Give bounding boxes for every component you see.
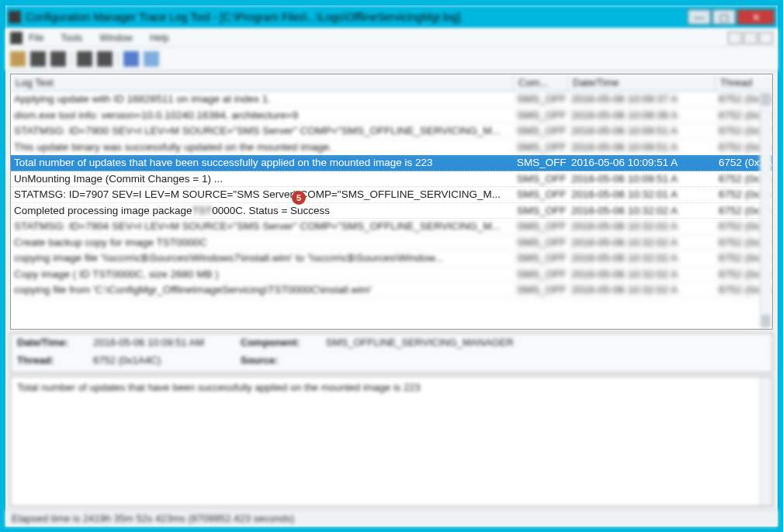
cell-datetime: 2016-05-06 10:32:02 A: [568, 219, 715, 234]
menu-help[interactable]: Help: [150, 33, 169, 43]
message-scrollbar[interactable]: [760, 377, 772, 506]
cell-datetime: 2016-05-06 10:32:02 A: [568, 267, 715, 282]
log-row[interactable]: Total number of updates that have been s…: [11, 155, 772, 171]
mdi-minimize[interactable]: [728, 32, 742, 44]
cell-logtext: Applying update with ID 16828511 on imag…: [11, 92, 514, 107]
cell-logtext: Create backup copy for image TST0000C: [11, 235, 514, 250]
detail-thread-value: 6752 (0x1A4C): [93, 354, 233, 369]
mdi-controls: [726, 32, 773, 44]
annotation-badge: 5: [292, 191, 306, 205]
cell-datetime: 2016-05-06 10:32:02 A: [568, 250, 715, 266]
title-text: Configuration Manager Trace Log Tool - […: [26, 11, 686, 23]
cell-component: SMS_OFF: [514, 219, 568, 234]
col-logtext[interactable]: Log Text: [11, 74, 514, 91]
message-panel: Total number of updates that have been s…: [10, 376, 773, 506]
detail-source-value: [326, 354, 766, 369]
detail-thread-label: Thread:: [17, 354, 85, 369]
col-component[interactable]: Com...: [514, 74, 568, 91]
log-row[interactable]: copying image file '\\sccm\c$\Sources\Wi…: [11, 250, 772, 267]
close-button[interactable]: ✕: [737, 9, 774, 25]
cell-logtext: STATMSG: ID=7900 SEV=I LEV=M SOURCE="SMS…: [11, 123, 514, 139]
menu-tools[interactable]: Tools: [61, 33, 82, 43]
tool-binoculars-icon[interactable]: [97, 51, 113, 67]
cell-logtext: dism.exe tool info: version=10.0.10240.1…: [11, 108, 514, 123]
log-row[interactable]: Completed processing image package TST00…: [11, 203, 772, 219]
app-icon: [9, 11, 21, 23]
log-row[interactable]: Applying update with ID 16828511 on imag…: [11, 92, 772, 108]
titlebar[interactable]: Configuration Manager Trace Log Tool - […: [5, 5, 778, 29]
tool-pause-icon[interactable]: [123, 51, 139, 67]
log-row[interactable]: copying file from 'C:\ConfigMgr_OfflineI…: [11, 282, 772, 299]
tool-copy-icon[interactable]: [50, 51, 66, 67]
status-text: Elapsed time is 2419h 35m 52s 423ms (870…: [12, 513, 294, 524]
statusbar: Elapsed time is 2419h 35m 52s 423ms (870…: [5, 510, 778, 527]
tool-open-icon[interactable]: [10, 51, 26, 67]
toolbar: [5, 47, 778, 71]
cell-logtext: STATMSG: ID=7907 SEV=I LEV=M SOURCE="SMS…: [11, 187, 514, 202]
cell-component: SMS_OFF: [514, 282, 568, 298]
cell-component: SMS_OFF: [514, 155, 568, 171]
log-grid[interactable]: Log Text Com... Date/Time Thread Applyin…: [10, 74, 773, 330]
mdi-restore[interactable]: [743, 32, 757, 44]
tool-highlight-icon[interactable]: [144, 51, 159, 67]
log-row[interactable]: This update binary was successfully upda…: [11, 140, 772, 156]
detail-datetime-value: 2016-05-06 10:09:51 AM: [93, 337, 233, 351]
scroll-down-icon[interactable]: [761, 315, 771, 327]
cell-datetime: 2016-05-06 10:32:02 A: [568, 282, 715, 298]
vertical-scrollbar[interactable]: [760, 92, 772, 329]
cell-datetime: 2016-05-06 10:09:51 A: [568, 140, 715, 155]
cell-datetime: 2016-05-06 10:09:37 A: [568, 92, 715, 107]
log-row[interactable]: STATMSG: ID=7907 SEV=I LEV=M SOURCE="SMS…: [11, 187, 772, 203]
cell-logtext: Copy image ( ID TST0000C, size 2680 MB ): [11, 267, 514, 282]
col-thread[interactable]: Thread: [715, 74, 772, 91]
cell-datetime: 2016-05-06 10:32:02 A: [568, 235, 715, 250]
tool-print-icon[interactable]: [30, 51, 46, 67]
detail-component-value: SMS_OFFLINE_SERVICING_MANAGER: [326, 337, 766, 351]
cell-component: SMS_OFF: [514, 235, 568, 250]
menu-file[interactable]: File: [29, 33, 43, 43]
mdi-close[interactable]: [759, 32, 773, 44]
toolbar-separator: [71, 51, 72, 67]
log-row[interactable]: STATMSG: ID=7900 SEV=I LEV=M SOURCE="SMS…: [11, 123, 772, 140]
cell-datetime: 2016-05-06 10:09:51 A: [568, 155, 715, 171]
app-window: Configuration Manager Trace Log Tool - […: [5, 5, 778, 527]
tool-find-icon[interactable]: [77, 51, 92, 67]
menu-window[interactable]: Window: [99, 33, 133, 43]
cell-component: SMS_OFF: [514, 187, 568, 202]
cell-logtext: Completed processing image package TST00…: [11, 203, 514, 219]
cell-logtext: UnMounting Image (Commit Changes = 1) ..…: [11, 171, 514, 187]
log-row[interactable]: STATMSG: ID=7904 SEV=I LEV=M SOURCE="SMS…: [11, 219, 772, 235]
cell-datetime: 2016-05-06 10:09:51 A: [568, 171, 715, 187]
content-area: Log Text Com... Date/Time Thread Applyin…: [5, 71, 778, 510]
cell-datetime: 2016-05-06 10:32:01 A: [568, 187, 715, 202]
cell-component: SMS_OFF: [514, 140, 568, 155]
log-row[interactable]: Copy image ( ID TST0000C, size 2680 MB )…: [11, 267, 772, 283]
detail-datetime-label: Date/Time:: [17, 337, 85, 351]
cell-component: SMS_OFF: [514, 92, 568, 107]
col-datetime[interactable]: Date/Time: [568, 74, 715, 91]
detail-panel: Date/Time: 2016-05-06 10:09:51 AM Compon…: [10, 333, 773, 373]
cell-logtext: copying file from 'C:\ConfigMgr_OfflineI…: [11, 282, 514, 298]
cell-component: SMS_OFF: [514, 171, 568, 187]
cell-component: SMS_OFF: [514, 123, 568, 139]
cell-datetime: 2016-05-06 10:09:51 A: [568, 123, 715, 139]
log-row[interactable]: UnMounting Image (Commit Changes = 1) ..…: [11, 171, 772, 188]
maximize-button[interactable]: ▢: [712, 9, 736, 25]
window-controls: — ▢ ✕: [686, 9, 774, 25]
cell-logtext: Total number of updates that have been s…: [11, 155, 514, 171]
doc-icon: [10, 32, 23, 44]
scroll-up-icon[interactable]: [761, 93, 771, 105]
cell-logtext: This update binary was successfully upda…: [11, 140, 514, 155]
cell-datetime: 2016-05-06 10:32:02 A: [568, 203, 715, 219]
cell-datetime: 2016-05-06 10:09:39 A: [568, 108, 715, 123]
cell-logtext: copying image file '\\sccm\c$\Sources\Wi…: [11, 250, 514, 266]
cell-component: SMS_OFF: [514, 203, 568, 219]
minimize-button[interactable]: —: [688, 9, 711, 25]
log-row[interactable]: Create backup copy for image TST0000CSMS…: [11, 235, 772, 251]
menubar: File Tools Window Help: [5, 29, 778, 47]
grid-body[interactable]: Applying update with ID 16828511 on imag…: [11, 92, 772, 329]
cell-component: SMS_OFF: [514, 267, 568, 282]
detail-component-label: Component:: [241, 337, 318, 351]
toolbar-separator: [117, 51, 119, 67]
log-row[interactable]: dism.exe tool info: version=10.0.10240.1…: [11, 108, 772, 124]
